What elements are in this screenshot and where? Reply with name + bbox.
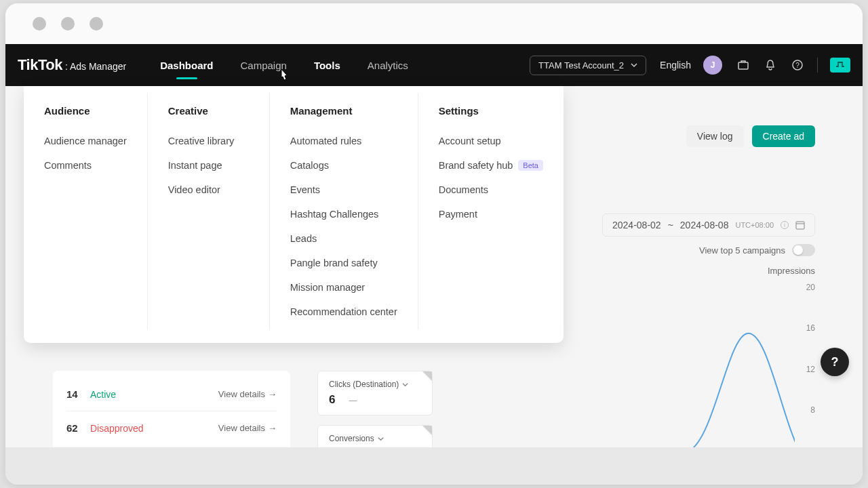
mega-item-automated-rules[interactable]: Automated rules — [290, 129, 397, 153]
help-icon[interactable]: ? — [791, 59, 804, 71]
date-tz: UTC+08:00 — [735, 221, 774, 229]
date-start: 2024-08-02 — [612, 220, 661, 230]
mega-col-settings: Settings Account setup Brand safety hub … — [418, 93, 564, 329]
mega-col-creative: Creative Creative library Instant page V… — [148, 93, 270, 329]
window-titlebar — [5, 3, 863, 44]
chart-y-axis: 20 16 12 8 4 — [798, 283, 815, 455]
svg-rect-3 — [796, 222, 804, 229]
status-count: 14 — [66, 388, 90, 400]
svg-rect-0 — [738, 62, 748, 69]
mega-head-creative: Creative — [168, 105, 249, 117]
create-ad-button[interactable]: Create ad — [752, 125, 815, 147]
metric-label[interactable]: Conversions — [329, 434, 421, 443]
nav-divider — [817, 58, 818, 73]
mega-item-leads[interactable]: Leads — [290, 226, 397, 251]
floating-help-button[interactable]: ? — [821, 348, 849, 376]
status-row-active: 14 Active View details → — [66, 378, 277, 411]
y-tick: 16 — [798, 323, 815, 333]
y-tick: 8 — [798, 405, 815, 415]
logo-sub: : Ads Manager — [65, 61, 126, 72]
view-details-link[interactable]: View details → — [218, 423, 277, 433]
calendar-icon — [795, 220, 805, 230]
user-avatar[interactable]: J — [703, 56, 722, 75]
info-icon: i — [781, 221, 789, 229]
mega-item-pangle-brand-safety[interactable]: Pangle brand safety — [290, 251, 397, 275]
mega-item-brand-safety-hub[interactable]: Brand safety hub Beta — [439, 153, 543, 178]
cursor-pointer-icon — [277, 68, 292, 85]
top-nav: TikTok : Ads Manager Dashboard Campaign … — [5, 44, 863, 86]
metric-trend: — — [349, 396, 357, 405]
mega-item-label: Brand safety hub — [439, 160, 513, 171]
mega-head-management: Management — [290, 105, 397, 117]
mega-item-mission-manager[interactable]: Mission manager — [290, 275, 397, 300]
bell-icon[interactable] — [764, 59, 776, 71]
date-end: 2024-08-08 — [680, 220, 729, 230]
mega-item-catalogs[interactable]: Catalogs — [290, 153, 397, 178]
metric-cards: Clicks (Destination) 6 — Conversions — [317, 371, 433, 452]
metric-label[interactable]: Clicks (Destination) — [329, 380, 421, 389]
corner-fold-icon — [422, 371, 432, 381]
window-control-close[interactable] — [33, 17, 46, 30]
chevron-down-icon — [402, 382, 408, 388]
mega-item-audience-manager[interactable]: Audience manager — [44, 129, 127, 153]
logo[interactable]: TikTok : Ads Manager — [18, 56, 126, 74]
window-control-max[interactable] — [90, 17, 103, 30]
toggle-label: View top 5 campaigns — [699, 245, 785, 256]
mega-head-audience: Audience — [44, 105, 127, 117]
tools-mega-menu: Audience Audience manager Comments Creat… — [24, 86, 564, 343]
mega-item-video-editor[interactable]: Video editor — [168, 178, 249, 202]
mega-item-events[interactable]: Events — [290, 178, 397, 202]
mega-head-settings: Settings — [439, 105, 543, 117]
mega-col-audience: Audience Audience manager Comments — [24, 93, 148, 329]
mega-item-documents[interactable]: Documents — [439, 178, 543, 202]
status-count: 62 — [66, 422, 90, 434]
mega-item-account-setup[interactable]: Account setup — [439, 129, 543, 153]
status-label: Active — [90, 389, 218, 400]
account-name: TTAM Test Account_2 — [538, 60, 624, 70]
status-list: 14 Active View details → 62 Disapproved … — [53, 371, 290, 451]
corner-fold-icon — [422, 426, 432, 435]
chevron-down-icon — [631, 62, 637, 68]
svg-text:?: ? — [795, 62, 800, 69]
nav-analytics[interactable]: Analytics — [368, 46, 408, 85]
chart-curve — [578, 283, 795, 455]
support-icon[interactable] — [830, 58, 850, 73]
mega-item-hashtag-challenges[interactable]: Hashtag Challenges — [290, 202, 397, 226]
arrow-right-icon: → — [268, 423, 277, 433]
mega-item-instant-page[interactable]: Instant page — [168, 153, 249, 178]
impressions-chart: Impressions 20 16 12 8 4 — [578, 266, 815, 455]
nav-dashboard[interactable]: Dashboard — [160, 46, 213, 85]
arrow-right-icon: → — [268, 389, 277, 399]
mega-item-recommendation-center[interactable]: Recommendation center — [290, 300, 397, 324]
window-control-min[interactable] — [61, 17, 75, 30]
business-icon[interactable] — [737, 59, 749, 71]
status-row-disapproved: 62 Disapproved View details → — [66, 411, 277, 445]
language-selector[interactable]: English — [660, 60, 691, 70]
nav-tools[interactable]: Tools — [314, 46, 340, 85]
beta-badge: Beta — [518, 160, 543, 171]
date-range-picker[interactable]: 2024-08-02 ~ 2024-08-08 UTC+08:00 i — [602, 214, 815, 237]
status-label: Disapproved — [90, 423, 218, 434]
app-window: TikTok : Ads Manager Dashboard Campaign … — [5, 3, 863, 485]
chevron-down-icon — [378, 436, 384, 442]
top-campaigns-toggle[interactable] — [792, 244, 815, 256]
logo-main: TikTok — [18, 56, 62, 74]
view-details-link[interactable]: View details → — [218, 389, 277, 399]
top-campaigns-toggle-row: View top 5 campaigns — [699, 244, 815, 256]
y-tick: 12 — [798, 365, 815, 374]
metric-card-clicks[interactable]: Clicks (Destination) 6 — — [317, 371, 433, 415]
chart-title: Impressions — [768, 266, 815, 276]
toggle-knob — [793, 245, 803, 255]
bottom-strip — [5, 447, 863, 485]
mega-item-creative-library[interactable]: Creative library — [168, 129, 249, 153]
metric-value: 6 — [329, 393, 335, 407]
mega-item-payment[interactable]: Payment — [439, 202, 543, 226]
top-actions: View log Create ad — [686, 125, 815, 147]
account-selector[interactable]: TTAM Test Account_2 — [530, 56, 646, 75]
mega-item-comments[interactable]: Comments — [44, 153, 127, 178]
date-sep: ~ — [668, 220, 673, 230]
y-tick: 20 — [798, 283, 815, 292]
view-log-button[interactable]: View log — [686, 125, 744, 147]
mega-col-management: Management Automated rules Catalogs Even… — [270, 93, 418, 329]
